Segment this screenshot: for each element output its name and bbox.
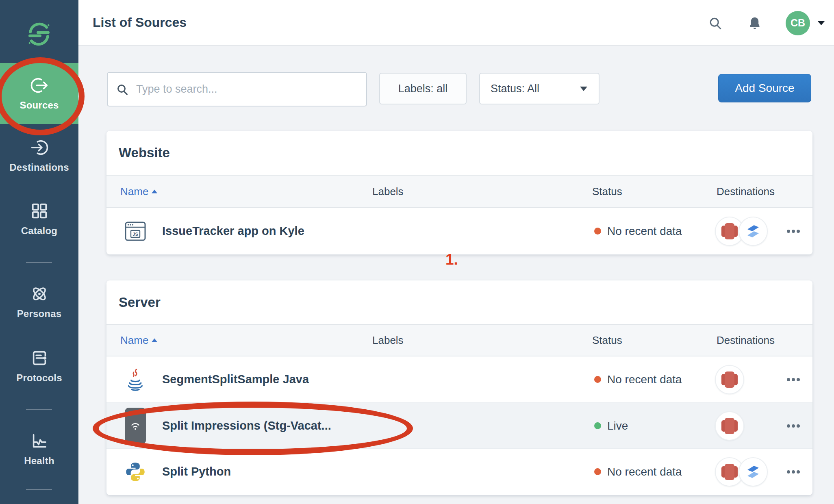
status-dot-warning [594,228,601,235]
source-name: Split Impressions (Stg-Vacat... [162,419,331,432]
source-name-cell: SegmentSplitSample Java [125,356,309,402]
sidebar-divider [26,489,52,490]
server-sources-card: Server Name Labels Status Destinations S… [106,280,812,495]
catalog-icon [30,202,49,220]
source-name-cell: JS IssueTracker app on Kyle [125,208,304,254]
column-header-labels: Labels [372,334,404,347]
search-icon[interactable] [708,16,723,30]
column-header-status: Status [592,334,622,347]
status-text: Live [607,419,628,432]
column-header-status: Status [592,185,622,198]
section-header: Server [106,280,812,324]
labels-filter-button[interactable]: Labels: all [379,73,467,104]
sidebar-divider [26,409,52,410]
status-cell: No recent data [594,208,682,254]
section-header: Website [106,131,812,175]
row-overflow-menu[interactable] [784,208,802,254]
column-header-name[interactable]: Name [120,185,157,198]
destinations-cell [715,356,744,402]
source-search [107,72,367,106]
search-input[interactable] [136,83,358,96]
python-icon [125,462,146,482]
source-name: Split Python [162,465,231,478]
notifications-bell-icon[interactable] [747,15,762,31]
svg-text:JS: JS [132,232,138,237]
sort-asc-icon [152,190,157,193]
status-text: No recent data [607,225,682,238]
header-actions: CB [708,0,825,46]
signal-server-icon [125,408,146,444]
source-name-cell: Split Impressions (Stg-Vacat... [125,403,331,448]
status-cell: No recent data [594,356,682,402]
sidebar-item-label: Protocols [16,372,62,384]
column-header-name[interactable]: Name [120,334,157,347]
status-text: No recent data [607,373,682,386]
sort-asc-icon [152,339,157,342]
sources-icon [30,76,49,95]
destinations-cell [715,208,768,254]
sidebar-divider [26,262,52,263]
table-row-split-impressions[interactable]: Split Impressions (Stg-Vacat... Live [106,402,812,448]
account-caret-icon[interactable] [817,21,825,26]
sidebar-item-catalog[interactable]: Catalog [0,202,78,237]
status-dot-warning [594,468,601,475]
status-dot-warning [594,376,601,383]
status-filter-dropdown[interactable]: Status: All [479,73,599,104]
java-icon [125,368,146,391]
table-row-issuetracker[interactable]: JS IssueTracker app on Kyle No recent da… [106,208,812,254]
row-overflow-menu[interactable] [784,356,802,402]
status-cell: Live [594,403,628,448]
table-header: Name Labels Status Destinations [106,324,812,356]
sidebar-item-label: Sources [20,100,59,111]
status-dot-live [594,422,601,429]
sidebar-item-sources[interactable]: Sources [0,63,78,124]
table-row-java[interactable]: SegmentSplitSample Java No recent data [106,356,812,402]
sidebar-item-destinations[interactable]: Destinations [0,138,78,173]
javascript-browser-icon: JS [125,222,146,241]
add-source-button[interactable]: Add Source [718,74,811,102]
row-overflow-menu[interactable] [784,449,802,494]
column-header-destinations: Destinations [717,185,775,198]
table-header: Name Labels Status Destinations [106,175,812,208]
website-sources-card: Website Name Labels Status Destinations … [106,131,812,254]
destinations-icon [30,138,49,157]
destinations-cell [715,449,768,494]
source-name: IssueTracker app on Kyle [162,224,304,238]
sidebar-item-personas[interactable]: Personas [0,285,78,319]
split-destination-icon[interactable] [738,457,768,487]
sidebar-item-label: Health [24,455,54,467]
column-header-labels: Labels [372,185,404,198]
section-title: Website [119,145,170,161]
split-destination-icon[interactable] [738,217,768,246]
health-icon [30,432,49,450]
segment-logo[interactable] [26,21,52,47]
sidebar-item-label: Destinations [9,162,69,173]
sidebar-item-label: Catalog [21,225,57,237]
redshift-destination-icon[interactable] [715,411,744,441]
protocols-icon [30,349,49,367]
status-text: No recent data [607,465,682,478]
sidebar-item-label: Personas [17,308,62,319]
row-overflow-menu[interactable] [784,403,802,448]
top-header: List of Sources CB [78,0,834,46]
table-row-split-python[interactable]: Split Python No recent data [106,448,812,494]
status-cell: No recent data [594,449,682,494]
search-icon [116,83,129,96]
destinations-cell [715,403,744,448]
source-name: SegmentSplitSample Java [162,373,309,386]
sidebar: Sources Destinations Catalog [0,0,78,504]
redshift-destination-icon[interactable] [715,365,744,394]
page-title: List of Sources [93,15,187,30]
personas-icon [30,285,49,303]
sidebar-item-protocols[interactable]: Protocols [0,349,78,384]
column-header-destinations: Destinations [717,334,775,347]
section-title: Server [119,295,161,310]
source-name-cell: Split Python [125,449,231,494]
user-avatar[interactable]: CB [786,11,810,35]
chevron-down-icon [580,87,587,91]
sidebar-item-health[interactable]: Health [0,432,78,467]
status-filter-label: Status: All [491,83,539,95]
